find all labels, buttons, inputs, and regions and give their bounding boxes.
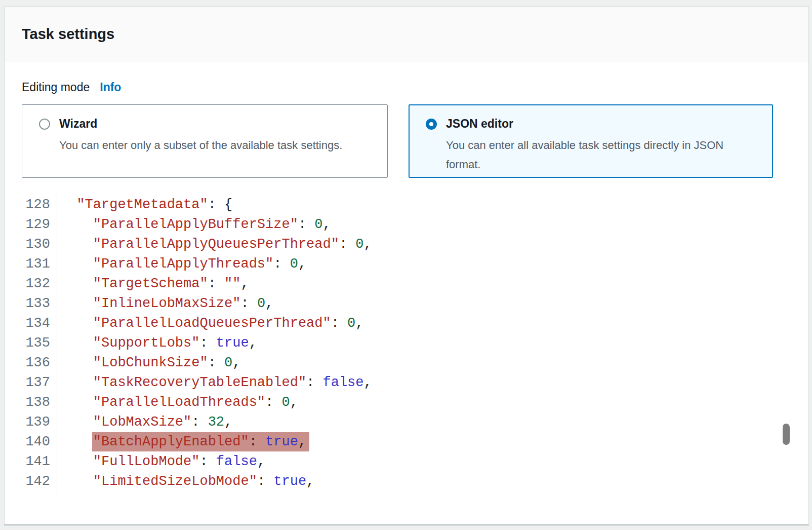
- card-header: Task settings: [5, 7, 808, 62]
- code-line[interactable]: 132 "TargetSchema": "",: [5, 274, 798, 294]
- editing-mode-row: Editing mode Info: [22, 81, 121, 94]
- line-number: 134: [5, 314, 57, 333]
- code-line[interactable]: 139 "LobMaxSize": 32,: [5, 412, 798, 432]
- code-line[interactable]: 136 "LobChunkSize": 0,: [5, 353, 798, 373]
- line-number: 141: [5, 452, 57, 472]
- line-number: 133: [5, 294, 57, 314]
- code-line-content: "ParallelLoadThreads": 0,: [57, 393, 298, 412]
- wizard-label: Wizard: [59, 117, 97, 131]
- json-editor-label: JSON editor: [446, 117, 513, 131]
- code-line[interactable]: 128 "TargetMetadata": {: [5, 195, 798, 215]
- code-line-content: "ParallelApplyBufferSize": 0,: [57, 215, 331, 235]
- code-line-content: "BatchApplyEnabled": true,: [57, 432, 306, 452]
- line-number: 140: [5, 432, 57, 452]
- json-editor-description: You can enter all available task setting…: [446, 136, 754, 174]
- line-number: 139: [5, 412, 57, 432]
- code-line-content: "TaskRecoveryTableEnabled": false,: [57, 373, 372, 393]
- info-link[interactable]: Info: [100, 81, 121, 94]
- page-title: Task settings: [22, 26, 114, 43]
- code-line-content: "TargetSchema": "",: [57, 274, 249, 294]
- line-number: 130: [5, 235, 57, 254]
- line-number: 135: [5, 333, 57, 353]
- line-number: 142: [5, 472, 57, 491]
- code-line[interactable]: 142 "LimitedSizeLobMode": true,: [5, 472, 798, 491]
- code-line[interactable]: 137 "TaskRecoveryTableEnabled": false,: [5, 373, 798, 393]
- code-line-content: "InlineLobMaxSize": 0,: [57, 294, 273, 314]
- code-line-content: "ParallelApplyQueuesPerThread": 0,: [57, 235, 372, 254]
- line-number: 136: [5, 353, 57, 373]
- code-line-content: "TargetMetadata": {: [57, 195, 232, 215]
- vertical-scrollbar-thumb[interactable]: [783, 424, 790, 445]
- code-line[interactable]: 141 "FullLobMode": false,: [5, 452, 798, 472]
- wizard-description: You can enter only a subset of the avail…: [59, 136, 367, 155]
- code-line[interactable]: 140 "BatchApplyEnabled": true,: [5, 432, 798, 452]
- editing-mode-tiles: Wizard You can enter only a subset of th…: [22, 104, 773, 178]
- code-line[interactable]: 138 "ParallelLoadThreads": 0,: [5, 393, 798, 412]
- json-code-editor[interactable]: 128 "TargetMetadata": {129 "ParallelAppl…: [5, 195, 798, 491]
- line-number: 138: [5, 393, 57, 412]
- code-line-content: "LimitedSizeLobMode": true,: [57, 472, 314, 491]
- line-number: 129: [5, 215, 57, 235]
- code-line[interactable]: 135 "SupportLobs": true,: [5, 333, 798, 353]
- code-line-content: "LobMaxSize": 32,: [57, 412, 232, 432]
- code-line[interactable]: 129 "ParallelApplyBufferSize": 0,: [5, 215, 798, 235]
- code-line[interactable]: 134 "ParallelLoadQueuesPerThread": 0,: [5, 314, 798, 333]
- code-lines: 128 "TargetMetadata": {129 "ParallelAppl…: [5, 195, 798, 491]
- line-number: 128: [5, 195, 57, 215]
- wizard-radio[interactable]: [39, 119, 50, 130]
- code-line-content: "SupportLobs": true,: [57, 333, 257, 353]
- code-line-content: "LobChunkSize": 0,: [57, 353, 240, 373]
- code-line-content: "ParallelLoadQueuesPerThread": 0,: [57, 314, 364, 333]
- json-editor-radio[interactable]: [426, 119, 437, 130]
- tile-json-editor[interactable]: JSON editor You can enter all available …: [409, 104, 773, 178]
- tile-json-editor-top: JSON editor: [426, 117, 762, 131]
- editing-mode-label: Editing mode: [22, 81, 90, 94]
- code-line[interactable]: 133 "InlineLobMaxSize": 0,: [5, 294, 798, 314]
- highlighted-code: "BatchApplyEnabled": true,: [92, 432, 309, 451]
- code-line[interactable]: 130 "ParallelApplyQueuesPerThread": 0,: [5, 235, 798, 254]
- code-line-content: "FullLobMode": false,: [57, 452, 265, 472]
- line-number: 132: [5, 274, 57, 294]
- code-line[interactable]: 131 "ParallelApplyThreads": 0,: [5, 254, 798, 274]
- line-number: 131: [5, 254, 57, 274]
- code-line-content: "ParallelApplyThreads": 0,: [57, 254, 306, 274]
- tile-wizard[interactable]: Wizard You can enter only a subset of th…: [22, 104, 388, 178]
- line-number: 137: [5, 373, 57, 393]
- tile-wizard-top: Wizard: [39, 117, 377, 131]
- task-settings-card: Task settings Editing mode Info Wizard Y…: [4, 6, 809, 525]
